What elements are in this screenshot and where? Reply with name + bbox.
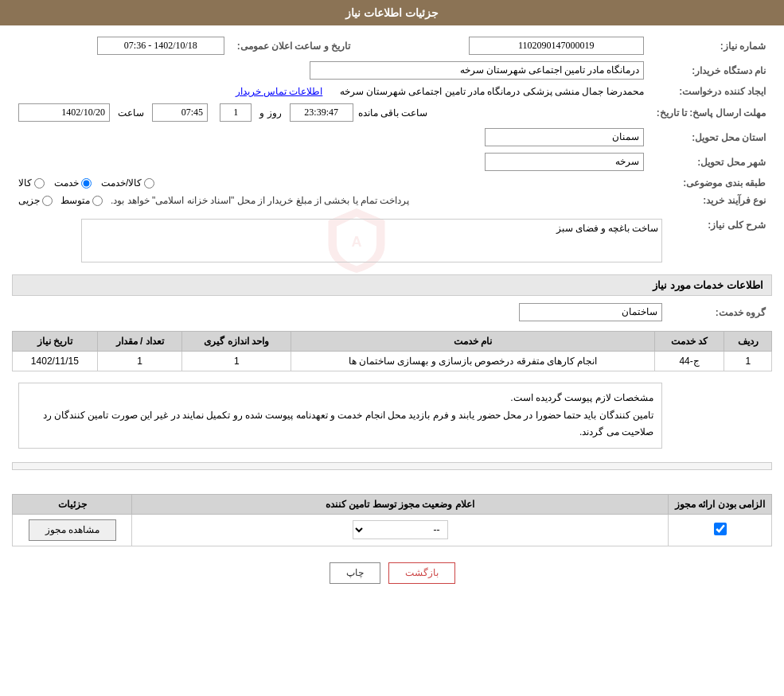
announcement-label: تاریخ و ساعت اعلان عمومی: [231, 33, 357, 58]
notice-box: مشخصات لازم پیوست گردیده است. تامین کنند… [18, 383, 662, 449]
purchase-type-row: نوع فرآیند خرید: جزیی متوسط پرداخت تمام … [12, 192, 772, 209]
col-need-date: تاریخ نیاز [13, 332, 98, 352]
subject-radio-kala[interactable]: کالا [18, 177, 45, 189]
purchase-type-jozi-input[interactable] [42, 196, 53, 206]
province-row: استان محل تحویل: [12, 125, 772, 150]
purchase-type-jozi-label: جزیی [18, 195, 40, 206]
city-row: شهر محل تحویل: [12, 150, 772, 174]
service-code: ج-44 [654, 352, 724, 371]
row-num: 1 [724, 352, 772, 371]
need-number-input[interactable] [469, 37, 644, 55]
need-date: 1402/11/15 [13, 352, 98, 371]
response-date-input[interactable] [18, 103, 110, 122]
view-permit-button[interactable]: مشاهده مجوز [29, 519, 116, 541]
purchase-type-note: پرداخت تمام یا بخشی از مبلغ خریدار از مح… [111, 195, 409, 206]
city-value [12, 150, 650, 174]
purchase-type-mutavasset[interactable]: متوسط [60, 195, 103, 206]
response-deadline-row: مهلت ارسال پاسخ: تا تاریخ: ساعت روز و سا… [12, 100, 772, 125]
subject-row: طبقه بندی موضوعی: کالا خدمت [12, 174, 772, 192]
description-label: شرح کلی نیاز: [669, 216, 772, 268]
description-value: A ساخت باغچه و فضای سبز [12, 216, 669, 268]
permits-section-header [12, 462, 772, 470]
requester-value: محمدرضا جمال منشی پزشکی درمانگاه مادر تا… [12, 83, 650, 100]
need-number-label: شماره نیاز: [650, 33, 772, 58]
province-input[interactable] [485, 128, 644, 146]
print-button[interactable]: چاپ [330, 562, 380, 584]
permits-table: الزامی بودن ارائه مجوز اعلام وضعیت مجوز … [12, 494, 772, 546]
announcement-datetime-value [12, 33, 231, 58]
subject-both-label: کالا/خدمت [101, 177, 142, 189]
col-permit-required: الزامی بودن ارائه مجوز [669, 494, 772, 514]
main-info-table: شماره نیاز: تاریخ و ساعت اعلان عمومی: نا… [12, 33, 772, 209]
col-permit-status: اعلام وضعیت مجوز توسط تامین کننده [132, 494, 669, 514]
subject-radio-khedmat-input[interactable] [81, 178, 92, 189]
response-time-input[interactable] [152, 103, 208, 122]
services-table-head: ردیف کد خدمت نام خدمت واحد اندازه گیری ت… [13, 332, 772, 352]
response-remaining-input[interactable] [290, 103, 353, 122]
buyer-org-row: نام دستگاه خریدار: [12, 58, 772, 83]
col-row-num: ردیف [724, 332, 772, 352]
city-input[interactable] [485, 153, 644, 171]
quantity: 1 [97, 352, 182, 371]
notes-row: مشخصات لازم پیوست گردیده است. تامین کنند… [12, 375, 772, 456]
permit-details-cell: مشاهده مجوز [13, 514, 132, 546]
description-textarea[interactable]: ساخت باغچه و فضای سبز [81, 219, 662, 262]
service-group-table: گروه خدمت: [12, 300, 772, 325]
need-number-value [357, 33, 650, 58]
permits-table-head: الزامی بودن ارائه مجوز اعلام وضعیت مجوز … [13, 494, 772, 514]
service-name: انجام کارهای متفرقه درخصوص بازسازی و بهس… [291, 352, 655, 371]
col-service-code: کد خدمت [654, 332, 724, 352]
notice-line-2: تامین کنندگان باید حتما حضورا در محل حضو… [27, 407, 653, 441]
col-service-name: نام خدمت [291, 332, 655, 352]
page-wrapper: جزئیات اطلاعات نیاز شماره نیاز: تاریخ و … [0, 0, 784, 696]
subject-khedmat-label: خدمت [54, 177, 79, 189]
services-header-row: ردیف کد خدمت نام خدمت واحد اندازه گیری ت… [13, 332, 772, 352]
service-group-row: گروه خدمت: [12, 300, 772, 325]
page-title: جزئیات اطلاعات نیاز [345, 6, 439, 19]
table-row: 1 ج-44 انجام کارهای متفرقه درخصوص بازساز… [13, 352, 772, 371]
content-area: شماره نیاز: تاریخ و ساعت اعلان عمومی: نا… [0, 25, 784, 604]
requester-label: ایجاد کننده درخواست: [650, 83, 772, 100]
description-table: شرح کلی نیاز: A ساخت باغچه و فضای سبز [12, 216, 772, 268]
services-table: ردیف کد خدمت نام خدمت واحد اندازه گیری ت… [12, 331, 772, 371]
subject-value: کالا خدمت کالا/خدمت [12, 174, 650, 192]
unit: 1 [182, 352, 291, 371]
permits-header-row: الزامی بودن ارائه مجوز اعلام وضعیت مجوز … [13, 494, 772, 514]
permit-required-cell [669, 514, 772, 546]
back-button[interactable]: بازگشت [388, 562, 455, 584]
subject-radio-khedmat[interactable]: خدمت [54, 177, 92, 189]
requester-text: محمدرضا جمال منشی پزشکی درمانگاه مادر تا… [340, 86, 644, 97]
service-group-input[interactable] [519, 303, 662, 321]
purchase-type-jozi[interactable]: جزیی [18, 195, 53, 206]
subject-kala-label: کالا [18, 177, 32, 189]
response-deadline-label: مهلت ارسال پاسخ: تا تاریخ: [650, 100, 772, 125]
notice-line-1: مشخصات لازم پیوست گردیده است. [27, 390, 653, 407]
buttons-row: بازگشت چاپ [12, 550, 772, 596]
need-number-row: شماره نیاز: تاریخ و ساعت اعلان عمومی: [12, 33, 772, 58]
announcement-datetime-input[interactable] [97, 37, 224, 55]
buyer-org-input[interactable] [310, 61, 644, 80]
subject-radio-both-input[interactable] [144, 178, 154, 189]
requester-row: ایجاد کننده درخواست: محمدرضا جمال منشی پ… [12, 83, 772, 100]
permit-status-select[interactable]: -- [353, 520, 448, 539]
requester-contact-link[interactable]: اطلاعات تماس خریدار [236, 86, 323, 97]
col-quantity: تعداد / مقدار [97, 332, 182, 352]
permit-status-cell: -- [132, 514, 669, 546]
notes-table: مشخصات لازم پیوست گردیده است. تامین کنند… [12, 375, 772, 456]
services-table-body: 1 ج-44 انجام کارهای متفرقه درخصوص بازساز… [13, 352, 772, 371]
response-days-input[interactable] [220, 103, 252, 122]
buyer-org-value [12, 58, 650, 83]
subject-radio-kala-input[interactable] [34, 178, 45, 189]
services-section-header: اطلاعات خدمات مورد نیاز [12, 274, 772, 296]
col-unit: واحد اندازه گیری [182, 332, 291, 352]
col-permit-details: جزئیات [13, 494, 132, 514]
purchase-type-label: نوع فرآیند خرید: [650, 192, 772, 209]
response-deadline-value: ساعت روز و ساعت باقی مانده [12, 100, 650, 125]
page-header: جزئیات اطلاعات نیاز [0, 0, 784, 25]
permit-required-checkbox[interactable] [714, 523, 727, 535]
subject-radio-both[interactable]: کالا/خدمت [101, 177, 154, 189]
response-remaining-label: ساعت باقی مانده [358, 107, 428, 119]
purchase-type-mutavasset-label: متوسط [60, 195, 90, 206]
purchase-type-mutavasset-input[interactable] [92, 196, 103, 206]
city-label: شهر محل تحویل: [650, 150, 772, 174]
